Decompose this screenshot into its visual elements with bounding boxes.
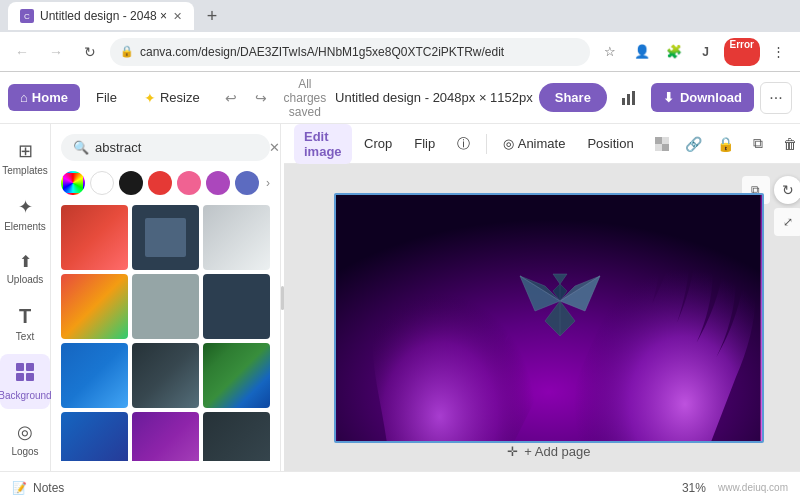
svg-rect-0 [622, 98, 625, 105]
thumbnail-9[interactable] [203, 343, 270, 408]
black-filter[interactable] [119, 171, 143, 195]
profile-btn[interactable]: 👤 [628, 38, 656, 66]
download-icon: ⬇ [663, 90, 674, 105]
tab-close-btn[interactable]: ✕ [173, 10, 182, 23]
svg-rect-5 [16, 373, 24, 381]
add-page-btn[interactable]: ✛ + Add page [507, 444, 590, 459]
svg-rect-3 [16, 363, 24, 371]
pink-filter[interactable] [177, 171, 201, 195]
file-btn[interactable]: File [86, 84, 127, 111]
svg-rect-6 [26, 373, 34, 381]
download-btn[interactable]: ⬇ Download [651, 83, 754, 112]
undo-btn[interactable]: ↩ [217, 84, 245, 112]
resize-star-icon: ✦ [144, 90, 156, 106]
home-label: Home [32, 90, 68, 105]
content-area: ⊞ Templates ✦ Elements ⬆ Uploads T Text … [0, 124, 800, 471]
canvas-refresh-btn[interactable]: ↻ [774, 176, 800, 204]
checkerboard-btn[interactable] [648, 130, 676, 158]
active-tab[interactable]: C Untitled design - 2048 × ✕ [8, 2, 194, 30]
thumbnail-5[interactable] [132, 274, 199, 339]
trash-btn[interactable]: 🗑 [776, 130, 800, 158]
position-label: Position [587, 136, 633, 151]
flip-btn[interactable]: Flip [404, 131, 445, 156]
link-btn[interactable]: 🔗 [680, 130, 708, 158]
search-input[interactable] [95, 140, 263, 155]
animate-label: Animate [518, 136, 566, 151]
toolbar-right-actions: Position 🔗 🔒 ⧉ 🗑 [577, 130, 800, 158]
redo-btn[interactable]: ↪ [247, 84, 275, 112]
uploads-icon: ⬆ [19, 252, 32, 271]
sidebar-item-elements[interactable]: ✦ Elements [0, 188, 50, 240]
tab-bar: C Untitled design - 2048 × ✕ + [0, 0, 800, 32]
bookmark-btn[interactable]: ☆ [596, 38, 624, 66]
thumbnail-11[interactable] [132, 412, 199, 461]
svg-rect-2 [632, 91, 635, 105]
notes-btn[interactable]: 📝 Notes [12, 481, 64, 495]
sidebar-item-logos[interactable]: ◎ Logos [0, 413, 50, 465]
resize-label: Resize [160, 90, 200, 105]
purple-filter[interactable] [206, 171, 230, 195]
sidebar-item-templates[interactable]: ⊞ Templates [0, 132, 50, 184]
address-bar[interactable]: 🔒 canva.com/design/DAE3ZITwIsA/HNbM1g5xe… [110, 38, 590, 66]
edit-image-btn[interactable]: Edit image [294, 124, 352, 164]
templates-icon: ⊞ [18, 140, 33, 162]
thumbnail-6[interactable] [203, 274, 270, 339]
extensions-btn[interactable]: 🧩 [660, 38, 688, 66]
new-tab-btn[interactable]: + [198, 2, 226, 30]
analytics-btn[interactable] [613, 82, 645, 114]
svg-marker-12 [520, 276, 560, 311]
red-filter[interactable] [148, 171, 172, 195]
duplicate-btn[interactable]: ⧉ [744, 130, 772, 158]
svg-marker-18 [553, 274, 567, 284]
info-btn[interactable]: ⓘ [447, 130, 480, 158]
image-grid [61, 205, 270, 461]
download-label: Download [680, 90, 742, 105]
add-page-cursor-icon: ✛ [507, 444, 518, 459]
background-panel: 🔍 ✕ › [51, 124, 281, 471]
menu-btn[interactable]: ⋮ [764, 38, 792, 66]
home-btn[interactable]: ⌂ Home [8, 84, 80, 111]
more-options-btn[interactable]: ··· [760, 82, 792, 114]
tab-title: Untitled design - 2048 × [40, 9, 167, 23]
indigo-filter[interactable] [235, 171, 259, 195]
search-box: 🔍 ✕ [61, 134, 270, 161]
share-btn[interactable]: Share [539, 83, 607, 112]
thumbnail-7[interactable] [61, 343, 128, 408]
thumbnail-12[interactable] [203, 412, 270, 461]
color-filter-more-btn[interactable]: › [266, 176, 270, 190]
white-filter[interactable] [90, 171, 114, 195]
back-btn[interactable]: ← [8, 38, 36, 66]
canvas-expand-btn[interactable]: ⤢ [774, 208, 800, 236]
lock-btn[interactable]: 🔒 [712, 130, 740, 158]
design-canvas[interactable] [334, 193, 764, 443]
animate-btn[interactable]: ◎ Animate [493, 131, 576, 156]
reload-btn[interactable]: ↻ [76, 38, 104, 66]
design-title: Untitled design - 2048px × 1152px [335, 90, 533, 105]
position-btn[interactable]: Position [577, 131, 643, 156]
crop-btn[interactable]: Crop [354, 131, 402, 156]
resize-btn[interactable]: ✦ Resize [133, 83, 211, 113]
thumbnail-2[interactable] [132, 205, 199, 270]
thumbnail-3[interactable] [203, 205, 270, 270]
sidebar-item-text[interactable]: T Text [0, 297, 50, 350]
thumbnail-10[interactable] [61, 412, 128, 461]
elements-icon: ✦ [18, 196, 33, 218]
sidebar-item-uploads[interactable]: ⬆ Uploads [0, 244, 50, 293]
clear-search-btn[interactable]: ✕ [269, 140, 280, 155]
svg-rect-7 [655, 137, 662, 144]
animate-icon: ◎ [503, 136, 514, 151]
logos-icon: ◎ [17, 421, 33, 443]
sidebar-item-background[interactable]: Background [0, 354, 50, 409]
error-badge: Error [724, 38, 760, 66]
thumbnail-4[interactable] [61, 274, 128, 339]
user-initial-btn[interactable]: J [692, 38, 720, 66]
svg-rect-1 [627, 94, 630, 105]
thumbnail-8[interactable] [132, 343, 199, 408]
saved-text: All charges saved [281, 77, 329, 119]
rainbow-filter[interactable] [61, 171, 85, 195]
text-icon: T [19, 305, 31, 328]
thumbnail-1[interactable] [61, 205, 128, 270]
watermark: www.deiuq.com [718, 482, 788, 493]
forward-btn[interactable]: → [42, 38, 70, 66]
search-icon: 🔍 [73, 140, 89, 155]
